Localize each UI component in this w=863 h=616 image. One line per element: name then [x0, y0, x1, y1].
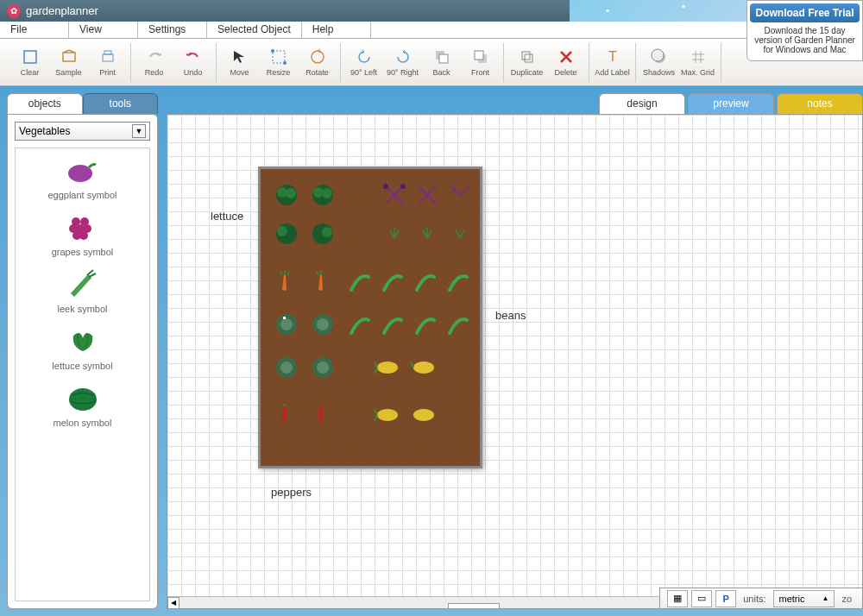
toolbar-delete[interactable]: Delete: [546, 43, 585, 82]
undo-icon: [184, 47, 203, 66]
cabbage-plant[interactable]: [274, 311, 299, 337]
svg-point-16: [68, 165, 92, 182]
toolbar-label: Max. Grid: [681, 68, 715, 77]
tab-objects[interactable]: objects: [7, 93, 83, 114]
toolbar-resize[interactable]: Resize: [259, 43, 298, 82]
toolbar-duplicate[interactable]: Duplicate: [507, 43, 546, 82]
bean-plant[interactable]: [413, 311, 438, 337]
list-item[interactable]: grapes symbol: [16, 205, 149, 262]
toolbar-rotate[interactable]: Rotate: [298, 43, 337, 82]
scroll-thumb[interactable]: ≡: [448, 603, 500, 610]
list-item[interactable]: melon symbol: [16, 376, 149, 433]
menu-file[interactable]: File: [0, 22, 69, 38]
purple-plant[interactable]: [447, 182, 473, 208]
tab-preview[interactable]: preview: [688, 93, 774, 114]
bean-plant[interactable]: [347, 268, 373, 294]
sample-icon: [60, 47, 79, 66]
delete-icon: [557, 47, 576, 66]
list-item[interactable]: lettuce symbol: [16, 319, 149, 376]
toolbar-90-right[interactable]: 90° Right: [383, 43, 422, 82]
menu-view[interactable]: View: [69, 22, 138, 38]
tab-design[interactable]: design: [599, 93, 685, 114]
list-item[interactable]: eggplant symbol: [16, 148, 149, 205]
svg-point-5: [283, 61, 287, 65]
tab-tools[interactable]: tools: [83, 93, 159, 114]
ruler-toggle-icon[interactable]: ▭: [691, 590, 712, 607]
svg-point-23: [79, 231, 88, 240]
design-canvas[interactable]: lettuce beans peppers ◀ ≡: [167, 114, 863, 609]
svg-point-59: [413, 409, 434, 421]
toolbar-90-left[interactable]: 90° Left: [344, 43, 383, 82]
chevron-up-icon: ▲: [822, 594, 828, 602]
toolbar-back[interactable]: Back: [422, 43, 461, 82]
scroll-left-icon[interactable]: ◀: [167, 597, 180, 609]
toolbar-label: Add Label: [595, 68, 630, 77]
purple-plant[interactable]: [414, 182, 440, 208]
lettuce-plant[interactable]: [274, 182, 299, 208]
carrot-plant[interactable]: [310, 268, 336, 294]
label-peppers[interactable]: peppers: [271, 486, 312, 499]
bean-plant[interactable]: [347, 311, 373, 337]
bean-plant[interactable]: [445, 311, 471, 337]
toolbar-undo[interactable]: Undo: [173, 43, 212, 82]
app-logo-icon: ✿: [7, 4, 21, 18]
download-button[interactable]: Download Free Trial: [750, 3, 860, 22]
bean-plant[interactable]: [380, 268, 406, 294]
pepper-plant[interactable]: [310, 402, 336, 428]
corn-plant[interactable]: [409, 402, 435, 428]
eggplant-symbol-icon: [62, 154, 104, 188]
lettuce-plant[interactable]: [310, 221, 336, 247]
cabbage-plant[interactable]: [310, 311, 336, 337]
toolbar-shadows[interactable]: Shadows: [639, 43, 678, 82]
menu-settings[interactable]: Settings: [138, 22, 207, 38]
toolbar-print[interactable]: Print: [88, 43, 127, 82]
svg-line-33: [386, 195, 394, 204]
carrot-plant[interactable]: [274, 268, 299, 294]
lettuce-plant[interactable]: [274, 221, 299, 247]
grid-toggle-icon[interactable]: ▦: [667, 590, 688, 607]
toolbar-label: Front: [471, 68, 489, 77]
bean-plant[interactable]: [380, 311, 406, 337]
menu-selected-object[interactable]: Selected Object: [207, 22, 302, 38]
toolbar-max-grid[interactable]: Max. Grid: [678, 43, 717, 82]
toolbar-add-label[interactable]: TAdd Label: [593, 43, 632, 82]
toolbar-redo[interactable]: Redo: [135, 43, 173, 82]
p-toggle[interactable]: P: [715, 590, 736, 607]
toolbar-sample[interactable]: Sample: [49, 43, 88, 82]
melon-symbol-icon: [62, 381, 104, 416]
herb-plant[interactable]: [381, 221, 407, 247]
list-item[interactable]: leek symbol: [16, 262, 149, 319]
toolbar-move[interactable]: Move: [220, 43, 259, 82]
label-lettuce[interactable]: lettuce: [211, 210, 243, 223]
object-list[interactable]: eggplant symbolgrapes symbolleek symboll…: [15, 148, 150, 601]
lettuce-plant[interactable]: [310, 182, 336, 208]
corn-plant[interactable]: [373, 402, 399, 428]
max-grid-icon: [689, 47, 708, 66]
units-select[interactable]: metric ▲: [773, 590, 835, 607]
cabbage-plant[interactable]: [274, 355, 299, 380]
cabbage-plant[interactable]: [310, 355, 336, 380]
corn-plant[interactable]: [373, 355, 399, 380]
toolbar-front[interactable]: Front: [461, 43, 500, 82]
chevron-down-icon: ▼: [132, 124, 146, 138]
toolbar-clear[interactable]: Clear: [10, 43, 49, 82]
corn-plant[interactable]: [409, 355, 435, 380]
toolbar-label: Print: [99, 68, 116, 77]
garden-bed[interactable]: [258, 167, 482, 468]
tab-notes[interactable]: notes: [777, 93, 863, 114]
category-dropdown[interactable]: Vegetables ▼: [15, 122, 150, 141]
lettuce-symbol-icon: [62, 324, 104, 359]
menu-help[interactable]: Help: [302, 22, 371, 38]
toolbar-label: Sample: [55, 68, 82, 77]
label-beans[interactable]: beans: [495, 309, 526, 322]
herb-plant[interactable]: [414, 221, 440, 247]
bean-plant[interactable]: [413, 268, 438, 294]
herb-plant[interactable]: [447, 221, 473, 247]
svg-point-46: [322, 227, 332, 237]
menu-bar: File View Settings Selected Object Help: [0, 22, 863, 39]
svg-rect-11: [522, 52, 530, 60]
rot-right-icon: [394, 47, 413, 66]
pepper-plant[interactable]: [274, 402, 299, 428]
bean-plant[interactable]: [445, 268, 471, 294]
purple-plant[interactable]: [381, 182, 407, 208]
